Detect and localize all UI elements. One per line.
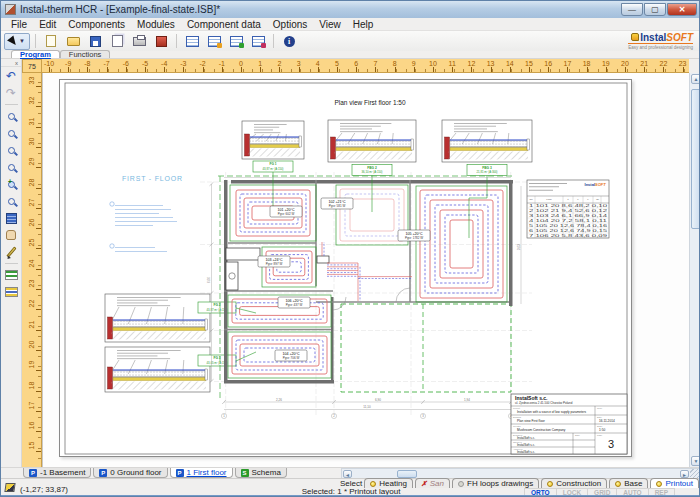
zoom-page-icon	[8, 147, 15, 154]
tab-functions[interactable]: Functions	[60, 50, 111, 58]
floor-tab-0-ground-floor[interactable]: P0 Ground floor	[93, 468, 167, 478]
zoom-level-box[interactable]: 75	[22, 59, 42, 73]
print-button[interactable]	[129, 33, 149, 50]
svg-text:Installation with a source of: Installation with a source of low supply…	[517, 410, 587, 414]
table-edit-icon	[208, 36, 221, 47]
scroll-up-icon[interactable]: ▲	[691, 74, 700, 84]
title-bar[interactable]: Instal-therm HCR - [Example-final-state.…	[1, 1, 700, 18]
zoom-in-button[interactable]	[3, 176, 20, 192]
view-grid-button[interactable]	[3, 210, 20, 226]
save-button[interactable]	[85, 33, 105, 50]
catalog-table-button[interactable]	[226, 33, 246, 50]
sheet-tab-label: FH loops drawings	[467, 479, 533, 488]
svg-text:Plan view First floor: Plan view First floor	[517, 419, 546, 423]
hruler-tick: 23	[675, 60, 689, 67]
pan-button[interactable]	[3, 227, 20, 243]
vruler-tick: 16	[28, 419, 35, 433]
vruler-tick: 15	[28, 439, 35, 453]
scroll-right-icon[interactable]: ►	[680, 470, 689, 478]
maximize-button[interactable]: ▢	[644, 3, 666, 16]
new-file-icon	[46, 35, 56, 47]
open-folder-icon	[67, 37, 80, 46]
scroll-down-icon[interactable]: ▼	[691, 456, 700, 466]
zoom-area-button[interactable]	[3, 125, 20, 141]
drawing-canvas[interactable]: Plan view First floor 1:50FG 143,87 m² (…	[42, 73, 689, 467]
floor-tab-icon: S	[241, 469, 249, 477]
zoom-window-button[interactable]	[3, 108, 20, 124]
scroll-left-icon[interactable]: ◄	[343, 470, 352, 478]
menu-item-view[interactable]: View	[313, 19, 347, 30]
undo-button[interactable]: ↶	[3, 68, 20, 84]
svg-text:Pgrz: 602 W: Pgrz: 602 W	[278, 212, 295, 216]
svg-text:FBG 2: FBG 2	[367, 166, 377, 170]
redo-icon: ↷	[6, 87, 16, 99]
hruler-tick: 0	[233, 60, 249, 67]
floor-tab-label: 1 First floor	[187, 468, 227, 477]
vruler-tick: 18	[28, 378, 35, 392]
vruler-tick: 22	[28, 297, 35, 311]
sheet-tab-printout[interactable]: Printout	[650, 478, 699, 488]
copy-button[interactable]	[107, 33, 127, 50]
menu-item-file[interactable]: File	[5, 19, 33, 30]
svg-text:36,10 m² (A:150): 36,10 m² (A:150)	[362, 170, 383, 174]
menu-item-component-data[interactable]: Component data	[181, 19, 267, 30]
sheet-tab-base[interactable]: Base	[609, 478, 648, 488]
component-table-button[interactable]	[182, 33, 202, 50]
sheet-tab-heating[interactable]: Heating	[364, 478, 413, 488]
info-icon: i	[284, 36, 295, 47]
svg-text:Date: Date	[597, 416, 602, 418]
bulb-icon	[615, 481, 621, 487]
tab-program[interactable]: Program	[11, 50, 60, 58]
printout-sheet[interactable]: Plan view First floor 1:50FG 143,87 m² (…	[59, 79, 632, 457]
new-file-button[interactable]	[41, 33, 61, 50]
floor-tab--1-basement[interactable]: P-1 Basement	[23, 468, 91, 478]
floor-tab-schema[interactable]: SSchema	[235, 468, 287, 478]
svg-text:2,26: 2,26	[276, 398, 282, 402]
sheets-icon	[5, 287, 18, 297]
zoom-out-button[interactable]	[3, 159, 20, 175]
menu-item-modules[interactable]: Modules	[131, 19, 181, 30]
hruler-tick: 19	[598, 60, 614, 67]
cursor-arrow-icon	[7, 35, 19, 47]
select-tool-button[interactable]: ▼	[4, 33, 30, 50]
redo-button[interactable]: ↷	[3, 85, 20, 101]
save-disk-icon	[90, 36, 101, 47]
coordinates-icon	[4, 483, 15, 492]
sheets-button[interactable]	[3, 284, 20, 300]
info-button[interactable]: i	[279, 33, 299, 50]
svg-text:FG 1: FG 1	[269, 162, 276, 166]
edit-pen-button[interactable]	[3, 244, 20, 260]
layers-button[interactable]	[3, 267, 20, 283]
menu-item-options[interactable]: Options	[267, 19, 313, 30]
component-edit-table-button[interactable]	[204, 33, 224, 50]
menu-item-help[interactable]: Help	[347, 19, 380, 30]
horizontal-ruler: -10-9-8-7-6-5-4-3-2-10123456789101112131…	[42, 59, 689, 73]
hruler-tick: 6	[348, 60, 364, 67]
close-button[interactable]: ✕	[667, 3, 697, 16]
zoom-extents-button[interactable]	[3, 193, 20, 209]
sheet-tab-construction[interactable]: Construction	[541, 478, 607, 488]
floor-tab-1-first-floor[interactable]: P1 First floor	[170, 468, 233, 478]
zoom-extents-icon	[8, 198, 15, 205]
toolbar-close-icon[interactable]: x	[1, 59, 21, 67]
open-file-button[interactable]	[63, 33, 83, 50]
hruler-tick: -1	[214, 60, 230, 67]
svg-text:Scale: Scale	[597, 425, 603, 427]
export-button[interactable]	[151, 33, 171, 50]
vruler-tick: 28	[28, 175, 35, 189]
status-bar: (-1,27; 33,87) Select Selected: 1 * Prin…	[1, 478, 700, 495]
svg-text:16.11.2014: 16.11.2014	[599, 419, 615, 423]
menu-item-components[interactable]: Components	[62, 19, 131, 30]
vruler-tick: 30	[28, 134, 35, 148]
menu-item-edit[interactable]: Edit	[33, 19, 62, 30]
vruler-tick: 25	[28, 236, 35, 250]
sheet-tab-fh-loops-drawings[interactable]: FH loops drawings	[452, 478, 539, 488]
minimize-button[interactable]: —	[621, 3, 643, 16]
vertical-scroll-thumb[interactable]	[691, 89, 700, 229]
graphics-table-button[interactable]	[248, 33, 268, 50]
vertical-scrollbar[interactable]: ▲ ▼	[689, 73, 700, 467]
vruler-tick: 31	[28, 114, 35, 128]
horizontal-scroll-thumb[interactable]	[397, 470, 417, 478]
sheet-tab-san[interactable]: ✗San	[415, 478, 450, 488]
zoom-page-button[interactable]	[3, 142, 20, 158]
